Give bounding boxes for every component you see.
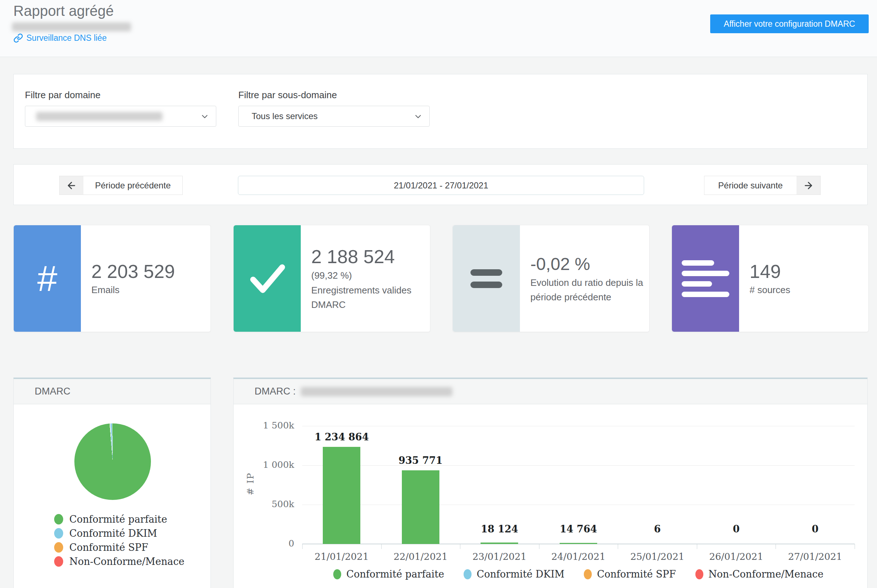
list-icon xyxy=(672,225,739,332)
dmarc-compliance-pie xyxy=(74,423,151,500)
chevron-down-icon xyxy=(413,112,423,123)
legend-label: Non-Conforme/Menace xyxy=(69,556,185,567)
bar-value-label: 0 xyxy=(772,523,859,535)
bar-22/01/2021 xyxy=(402,470,439,544)
x-axis-label: 23/01/2021 xyxy=(460,551,539,562)
arrow-left-icon xyxy=(60,176,83,195)
legend-marker xyxy=(54,542,63,553)
previous-period-label: Période précédente xyxy=(83,176,182,195)
legend-marker xyxy=(584,569,592,579)
bar-value-label: 1 234 864 xyxy=(298,431,385,443)
x-axis-tick xyxy=(697,544,697,549)
pie-panel-body: Conformité parfaiteConformité DKIMConfor… xyxy=(14,405,210,588)
x-axis-label: 21/01/2021 xyxy=(302,551,381,562)
hash-icon: # xyxy=(14,225,81,332)
chevron-down-icon xyxy=(200,112,209,123)
bar-legend: Conformité parfaiteConformité DKIMConfor… xyxy=(302,567,854,581)
arrow-right-icon xyxy=(796,176,820,195)
redacted-domain-subtitle xyxy=(12,22,131,32)
legend-marker xyxy=(695,569,703,579)
legend-item-4[interactable]: Non-Conforme/Menace xyxy=(695,567,824,581)
subdomain-filter-value: Tous les services xyxy=(252,111,318,121)
bar-value-label: 0 xyxy=(693,523,779,535)
legend-item-3[interactable]: Conformité SPF xyxy=(54,540,185,554)
legend-marker xyxy=(54,528,63,538)
dmarc-pie-panel: DMARC Conformité parfaiteConformité DKIM… xyxy=(14,378,211,588)
redacted-domain-title xyxy=(301,387,452,396)
bar-value-label: 6 xyxy=(614,523,701,535)
bar-24/01/2021 xyxy=(560,543,597,544)
bar-value-label: 18 124 xyxy=(456,523,543,535)
previous-period-button[interactable]: Période précédente xyxy=(59,176,183,195)
redacted-domain-value xyxy=(36,112,162,121)
gridline xyxy=(302,505,854,505)
legend-item-2[interactable]: Conformité DKIM xyxy=(464,567,564,581)
x-axis-tick xyxy=(460,544,460,549)
y-axis-tick-label: 1 000k xyxy=(240,459,294,470)
legend-label: Conformité parfaite xyxy=(346,568,444,580)
y-axis-tick-label: 500k xyxy=(240,499,294,509)
legend-item-1[interactable]: Conformité parfaite xyxy=(333,567,444,581)
x-axis-label: 27/01/2021 xyxy=(776,551,854,562)
x-axis-tick xyxy=(539,544,539,549)
bar-value-label: 14 764 xyxy=(535,523,622,535)
dmarc-bar-panel: DMARC : # IP Conformité parfaiteConformi… xyxy=(233,378,868,588)
bar-panel-header: DMARC : xyxy=(234,379,867,404)
domain-filter-select[interactable] xyxy=(25,106,216,127)
y-axis-tick-label: 0 xyxy=(240,538,294,549)
legend-item-1[interactable]: Conformité parfaite xyxy=(54,512,185,526)
sources-count: 149 xyxy=(749,260,863,283)
valid-label: Enregistrements valides DMARC xyxy=(311,283,425,312)
x-axis-tick xyxy=(302,544,303,549)
bar-21/01/2021 xyxy=(323,447,360,544)
y-axis-tick-label: 1 500k xyxy=(240,420,294,430)
subdomain-filter-label: Filtre par sous-domaine xyxy=(238,90,337,101)
x-axis-tick xyxy=(854,544,855,549)
evolution-label: Evolution du ratio depuis la période pré… xyxy=(530,275,653,304)
legend-label: Conformité DKIM xyxy=(69,528,157,539)
legend-label: Conformité SPF xyxy=(597,568,676,580)
x-axis-label: 25/01/2021 xyxy=(618,551,697,562)
evolution-value: -0,02 % xyxy=(530,253,653,275)
legend-label: Conformité SPF xyxy=(69,542,149,553)
period-navigation-panel: Période précédente 21/01/2021 - 27/01/20… xyxy=(14,164,868,205)
emails-count: 2 203 529 xyxy=(92,260,205,283)
stat-card-ratio-evolution: -0,02 % Evolution du ratio depuis la pér… xyxy=(452,225,650,332)
x-axis-label: 22/01/2021 xyxy=(381,551,460,562)
legend-marker xyxy=(333,569,341,579)
legend-item-4[interactable]: Non-Conforme/Menace xyxy=(54,554,185,568)
pie-panel-title: DMARC xyxy=(35,386,71,397)
legend-item-2[interactable]: Conformité DKIM xyxy=(54,526,185,540)
emails-label: Emails xyxy=(92,283,205,297)
bar-chart-area: # IP Conformité parfaiteConformité DKIMC… xyxy=(234,405,867,588)
valid-count: 2 188 524 xyxy=(311,246,425,268)
equals-icon xyxy=(453,225,520,332)
x-axis-tick xyxy=(381,544,381,549)
legend-marker xyxy=(54,514,63,525)
legend-label: Conformité parfaite xyxy=(69,514,167,525)
subdomain-filter-select[interactable]: Tous les services xyxy=(238,106,429,127)
bar-value-label: 935 771 xyxy=(377,454,464,467)
stat-card-emails: # 2 203 529 Emails xyxy=(14,225,211,332)
legend-item-3[interactable]: Conformité SPF xyxy=(584,567,676,581)
stat-card-sources: 149 # sources xyxy=(671,225,869,332)
dns-monitoring-link[interactable]: Surveillance DNS liée xyxy=(14,33,107,43)
show-dmarc-config-button[interactable]: Afficher votre configuration DMARC xyxy=(710,15,869,33)
x-axis-tick xyxy=(618,544,618,549)
dmarc-aggregate-report-page: Rapport agrégé Surveillance DNS liée Aff… xyxy=(0,0,877,588)
date-range-input[interactable]: 21/01/2021 - 27/01/2021 xyxy=(238,176,644,195)
bar-panel-title: DMARC : xyxy=(255,386,296,397)
pie-panel-header: DMARC xyxy=(14,379,210,404)
check-icon xyxy=(234,225,301,332)
valid-percentage: (99,32 %) xyxy=(311,268,425,283)
bar-23/01/2021 xyxy=(481,543,518,544)
legend-label: Conformité DKIM xyxy=(477,568,564,580)
x-axis-label: 26/01/2021 xyxy=(697,551,776,562)
page-header: Rapport agrégé Surveillance DNS liée Aff… xyxy=(0,0,877,57)
pie-legend: Conformité parfaiteConformité DKIMConfor… xyxy=(54,512,185,568)
legend-label: Non-Conforme/Menace xyxy=(708,568,824,580)
next-period-label: Période suivante xyxy=(704,176,796,195)
next-period-button[interactable]: Période suivante xyxy=(704,176,821,195)
gridline xyxy=(302,426,854,426)
page-title: Rapport agrégé xyxy=(14,3,114,19)
